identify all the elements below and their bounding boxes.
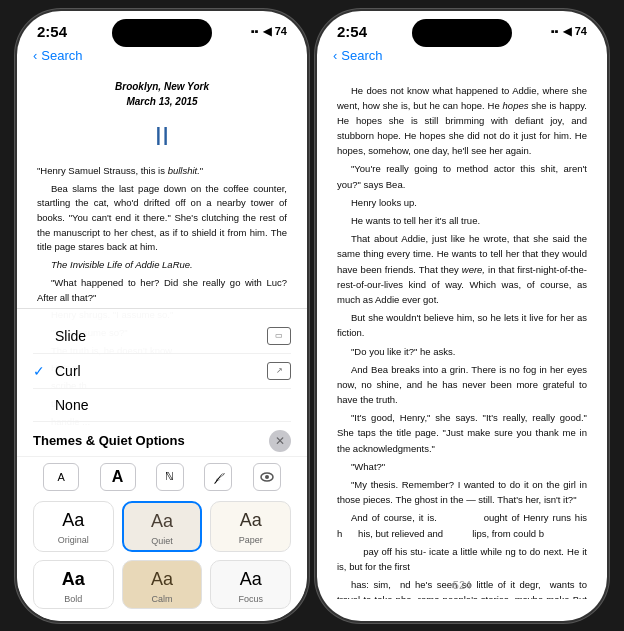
theme-grid: Aa Original Aa Quiet Aa Paper Aa Bold Aa (17, 497, 307, 621)
theme-bold-preview: Aa (62, 569, 85, 590)
r-para-9: "It's good, Henry," she says. "It's real… (337, 410, 587, 456)
r-para-3: Henry looks up. (337, 195, 587, 210)
wifi-icon-right: ◀ (563, 25, 571, 38)
r-para-8: And Bea breaks into a grin. There is no … (337, 362, 587, 408)
slide-option-curl[interactable]: ✓ Curl ↗ (33, 354, 291, 389)
curl-check: ✓ (33, 363, 49, 379)
para-4: "What happened to her? Did she really go… (37, 276, 287, 305)
slide-option-none[interactable]: None (33, 389, 291, 422)
curl-icon: ↗ (267, 362, 291, 380)
theme-calm-label: Calm (151, 594, 172, 604)
themes-header: Themes & Quiet Options ✕ (17, 422, 307, 456)
signal-icon-right: ▪▪ (551, 25, 559, 37)
theme-paper[interactable]: Aa Paper (210, 501, 291, 552)
nav-bar-right[interactable]: ‹ Search (317, 44, 607, 69)
back-label-right[interactable]: Search (341, 48, 382, 63)
curl-label: Curl (55, 363, 81, 379)
theme-quiet[interactable]: Aa Quiet (122, 501, 203, 552)
right-phone: 2:54 ▪▪ ◀ 74 ‹ Search He does not know w… (317, 11, 607, 621)
r-para-10: "What?" (337, 459, 587, 474)
eye-icon[interactable] (253, 463, 281, 491)
theme-original[interactable]: Aa Original (33, 501, 114, 552)
r-para-6: But she wouldn't believe him, so he lets… (337, 310, 587, 340)
wifi-icon: ◀ (263, 25, 271, 38)
para-2: Bea slams the last page down on the coff… (37, 182, 287, 256)
slide-options: Slide ▭ ✓ Curl ↗ None (17, 309, 307, 422)
phones-container: 2:54 ▪▪ ◀ 74 ‹ Search Brooklyn, New York… (17, 11, 607, 621)
theme-bold[interactable]: Aa Bold (33, 560, 114, 609)
r-para-13: pay off his stu- icate a little while ng… (337, 544, 587, 574)
r-para-4: He wants to tell her it's all true. (337, 213, 587, 228)
themes-label: Themes & Quiet Options (33, 433, 185, 448)
bottom-panel: Slide ▭ ✓ Curl ↗ None (17, 308, 307, 621)
font-style-icon[interactable]: 𝒻 (204, 463, 232, 491)
r-para-7: "Do you like it?" he asks. (337, 344, 587, 359)
slide-option-slide[interactable]: Slide ▭ (33, 319, 291, 354)
theme-original-label: Original (58, 535, 89, 545)
font-large-btn[interactable]: A (100, 463, 136, 491)
nav-bar-left[interactable]: ‹ Search (17, 44, 307, 69)
battery-icon-right: 74 (575, 25, 587, 37)
status-icons-right: ▪▪ ◀ 74 (551, 25, 587, 38)
theme-paper-label: Paper (239, 535, 263, 545)
para-3: The Invisible Life of Addie LaRue. (37, 258, 287, 273)
slide-label: Slide (55, 328, 86, 344)
theme-focus-label: Focus (238, 594, 263, 604)
signal-icon: ▪▪ (251, 25, 259, 37)
back-label-left[interactable]: Search (41, 48, 82, 63)
theme-paper-preview: Aa (240, 510, 262, 531)
para-1: "Henry Samuel Strauss, this is bullshit.… (37, 164, 287, 179)
page-number: 524 (453, 579, 471, 591)
book-location: Brooklyn, New YorkMarch 13, 2015 (37, 79, 287, 110)
theme-quiet-preview: Aa (151, 511, 173, 532)
reading-content: He does not know what happened to Addie,… (317, 69, 607, 599)
left-phone: 2:54 ▪▪ ◀ 74 ‹ Search Brooklyn, New York… (17, 11, 307, 621)
theme-original-preview: Aa (62, 510, 84, 531)
r-para-5: That about Addie, just like he wrote, th… (337, 231, 587, 307)
svg-point-1 (265, 475, 269, 479)
theme-calm[interactable]: Aa Calm (122, 560, 203, 609)
theme-focus[interactable]: Aa Focus (210, 560, 291, 609)
back-chevron-right: ‹ (333, 48, 337, 63)
font-type-icon[interactable]: ℕ (156, 463, 184, 491)
theme-calm-preview: Aa (151, 569, 173, 590)
chapter-number: II (37, 116, 287, 156)
theme-quiet-label: Quiet (151, 536, 173, 546)
r-para-12: And of course, it is. ought of Henry run… (337, 510, 587, 540)
battery-icon: 74 (275, 25, 287, 37)
r-para-11: "My thesis. Remember? I wanted to do it … (337, 477, 587, 507)
theme-bold-label: Bold (64, 594, 82, 604)
dynamic-island (112, 19, 212, 47)
font-small-btn[interactable]: A (43, 463, 79, 491)
slide-icon: ▭ (267, 327, 291, 345)
r-para-1: He does not know what happened to Addie,… (337, 83, 587, 159)
time-right: 2:54 (337, 23, 367, 40)
status-icons-left: ▪▪ ◀ 74 (251, 25, 287, 38)
close-button[interactable]: ✕ (269, 430, 291, 452)
back-chevron-left: ‹ (33, 48, 37, 63)
r-para-2: "You're really going to method actor thi… (337, 161, 587, 191)
theme-focus-preview: Aa (240, 569, 262, 590)
none-label: None (55, 397, 88, 413)
dynamic-island-right (412, 19, 512, 47)
time-left: 2:54 (37, 23, 67, 40)
font-controls-row: A A ℕ 𝒻 (17, 456, 307, 497)
